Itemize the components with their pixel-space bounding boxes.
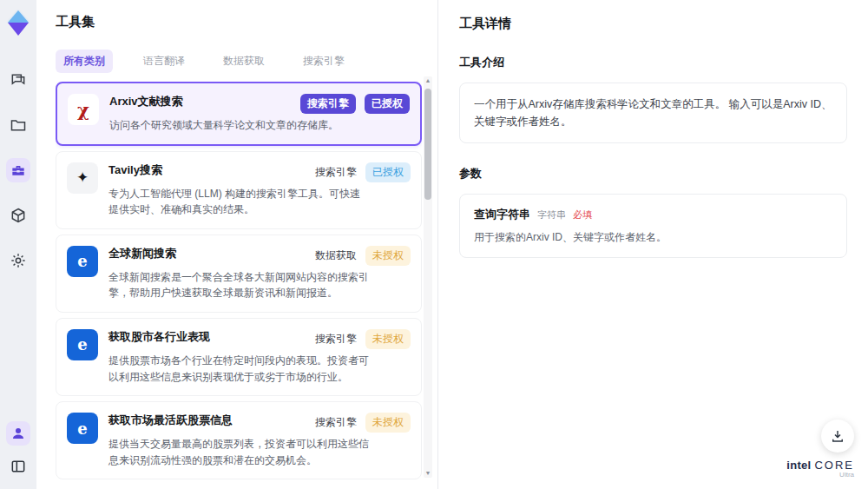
tool-name: 获取市场最活跃股票信息: [108, 413, 233, 428]
nav-tools-icon-active[interactable]: [6, 158, 30, 182]
tool-intro-text: 一个用于从Arxiv存储库搜索科学论文和文章的工具。 输入可以是Arxiv ID…: [459, 83, 847, 143]
tab-language-translation[interactable]: 语言翻译: [135, 50, 193, 73]
nav-settings-icon[interactable]: [6, 248, 30, 273]
param-name: 查询字符串: [474, 207, 530, 222]
nav-collapse-panel-icon[interactable]: [6, 454, 30, 479]
toolbox-icon: [10, 162, 27, 179]
auth-status-badge: 未授权: [365, 413, 411, 433]
tool-description: 专为人工智能代理 (LLM) 构建的搜索引擎工具。可快速提供实时、准确和真实的结…: [108, 186, 369, 218]
page-title: 工具集: [56, 14, 437, 30]
download-icon: [830, 428, 845, 444]
nav-packages-icon[interactable]: [6, 203, 30, 228]
tab-all-categories[interactable]: 所有类别: [56, 50, 113, 73]
finance-app-icon: e: [67, 329, 98, 360]
category-label: 数据获取: [315, 246, 357, 266]
panel-layout-icon: [10, 458, 27, 475]
logo-bottom-facet: [8, 23, 29, 36]
folder-icon: [10, 116, 27, 134]
nav-files-icon[interactable]: [6, 113, 30, 137]
news-app-icon: e: [67, 246, 98, 277]
brand-ultra: Ultra: [786, 471, 854, 479]
app-logo-icon[interactable]: [5, 9, 31, 38]
tool-list: χ Arxiv文献搜索 搜索引擎 已授权 访问各个研究领域大量科学论文和文章的存…: [56, 82, 422, 483]
tool-detail-panel: 工具详情 工具介绍 一个用于从Arxiv存储库搜索科学论文和文章的工具。 输入可…: [437, 0, 868, 489]
category-label: 搜索引擎: [315, 162, 357, 182]
tool-list-panel: 工具集 所有类别 语言翻译 数据获取 搜索引擎 χ Arxiv文献搜索 搜索引擎…: [36, 0, 437, 489]
tool-card-tavily[interactable]: ✦ Tavily搜索 搜索引擎 已授权 专为人工智能代理 (LLM) 构建的搜索…: [56, 151, 422, 229]
scroll-up-icon[interactable]: ▲: [425, 76, 431, 85]
tool-description: 提供股票市场各个行业在特定时间段内的表现。投资者可以利用这些信息来识别表现优于或…: [108, 353, 369, 385]
param-description: 用于搜索的Arxiv ID、关键字或作者姓名。: [474, 229, 832, 245]
sparkle-icon: ✦: [67, 162, 98, 194]
scrollbar-thumb[interactable]: [424, 89, 431, 200]
category-tabs: 所有类别 语言翻译 数据获取 搜索引擎: [56, 50, 437, 73]
auth-status-badge: 未授权: [365, 246, 411, 266]
tool-name: 全球新闻搜索: [108, 246, 176, 261]
param-required-flag: 必填: [573, 208, 592, 221]
user-avatar-icon: [10, 426, 26, 441]
tool-card-global-news[interactable]: e 全球新闻搜索 数据获取 未授权 全球新闻搜索是一个聚合全球各大新闻网站内容的…: [56, 235, 422, 313]
tool-name: 获取股市各行业表现: [108, 329, 210, 345]
auth-status-badge: 未授权: [365, 329, 411, 349]
tool-description: 全球新闻搜索是一个聚合全球各大新闻网站内容的搜索引擎，帮助用户快速获取全球最新资…: [108, 269, 369, 301]
auth-status-badge: 已授权: [365, 162, 411, 182]
tool-card-arxiv[interactable]: χ Arxiv文献搜索 搜索引擎 已授权 访问各个研究领域大量科学论文和文章的存…: [56, 82, 422, 146]
app-window: 工具集 所有类别 语言翻译 数据获取 搜索引擎 χ Arxiv文献搜索 搜索引擎…: [0, 0, 868, 489]
gear-icon: [10, 252, 27, 269]
logo-top-facet: [8, 10, 29, 23]
tab-data-acquisition[interactable]: 数据获取: [215, 50, 273, 73]
tool-card-most-active-stocks[interactable]: e 获取市场最活跃股票信息 搜索引擎 未授权 提供当天交易量最高的股票列表，投资…: [56, 401, 422, 479]
params-heading: 参数: [459, 166, 847, 182]
left-nav-rail: [0, 0, 36, 489]
tool-name: Arxiv文献搜索: [109, 94, 183, 109]
nav-chat-icon[interactable]: [6, 68, 30, 92]
intel-core-logo: intel CORE Ultra: [786, 459, 854, 479]
auth-status-badge: 已授权: [365, 94, 410, 114]
tool-description: 提供当天交易量最高的股票列表，投资者可以利用这些信息来识别流动性强的股票和潜在的…: [108, 436, 369, 468]
tool-description: 访问各个研究领域大量科学论文和文章的存储库。: [109, 117, 370, 134]
chat-icon: [10, 71, 27, 89]
category-label: 搜索引擎: [315, 329, 357, 349]
brand-core: CORE: [814, 459, 854, 472]
scroll-down-icon[interactable]: ▼: [425, 469, 431, 478]
cube-icon: [10, 207, 27, 224]
tool-name: Tavily搜索: [108, 162, 162, 178]
nav-user-icon[interactable]: [6, 421, 30, 446]
param-type: 字符串: [537, 208, 566, 221]
tool-card-sector-performance[interactable]: e 获取股市各行业表现 搜索引擎 未授权 提供股票市场各个行业在特定时间段内的表…: [56, 318, 422, 396]
finance-app-icon: e: [67, 413, 98, 444]
download-button[interactable]: [821, 420, 854, 453]
tab-search-engine[interactable]: 搜索引擎: [295, 50, 352, 73]
list-scrollbar[interactable]: ▲ ▼: [424, 76, 432, 478]
detail-title: 工具详情: [459, 16, 847, 32]
brand-intel: intel: [786, 459, 811, 472]
arxiv-logo-icon: χ: [68, 94, 99, 125]
intro-heading: 工具介绍: [459, 55, 847, 70]
parameter-card: 查询字符串 字符串 必填 用于搜索的Arxiv ID、关键字或作者姓名。: [459, 194, 847, 258]
category-label: 搜索引擎: [315, 413, 357, 433]
category-badge: 搜索引擎: [300, 94, 356, 114]
